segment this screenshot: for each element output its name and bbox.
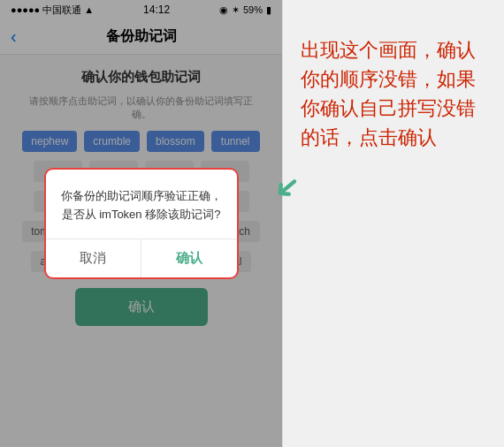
dialog-body: 你备份的助记词顺序验证正确，是否从 imToken 移除该助记词? bbox=[46, 170, 237, 239]
annotation-text: 出现这个画面，确认你的顺序没错，如果你确认自己拼写没错的话，点击确认 bbox=[301, 35, 490, 152]
dialog-confirm-button[interactable]: 确认 bbox=[141, 239, 237, 277]
dialog-box: 你备份的助记词顺序验证正确，是否从 imToken 移除该助记词? 取消 确认 bbox=[44, 168, 239, 279]
dialog-overlay: 你备份的助记词顺序验证正确，是否从 imToken 移除该助记词? 取消 确认 bbox=[0, 0, 282, 447]
dialog-buttons: 取消 确认 bbox=[46, 239, 237, 277]
dialog-message: 你备份的助记词顺序验证正确，是否从 imToken 移除该助记词? bbox=[60, 187, 223, 224]
phone-frame: ●●●●● 中国联通 ▲ 14:12 ◉ ✶ 59% ▮ ‹ 备份助记词 确认你… bbox=[0, 0, 283, 447]
dialog-cancel-button[interactable]: 取消 bbox=[46, 239, 142, 277]
annotation-panel: 出现这个画面，确认你的顺序没错，如果你确认自己拼写没错的话，点击确认 ➜ bbox=[283, 0, 504, 447]
